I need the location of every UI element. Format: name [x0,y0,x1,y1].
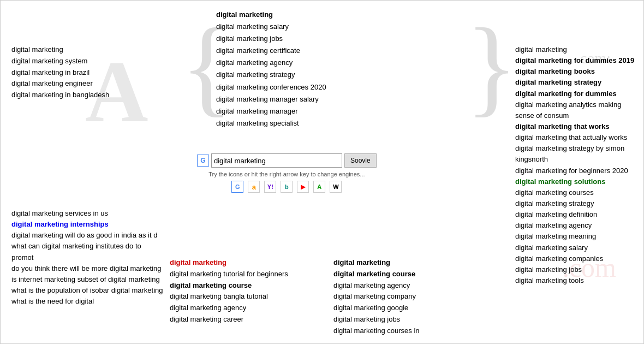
list-item[interactable]: digital marketing conferences 2020 [216,81,326,93]
list-item[interactable]: digital marketing courses in [333,325,475,337]
brace-right-decoration: } [466,11,518,121]
google-engine-icon[interactable]: G [197,155,209,167]
list-item[interactable]: digital marketing meaning [515,231,635,242]
wikipedia-icon[interactable]: W [330,181,342,193]
list-item[interactable]: digital marketing courses [515,187,635,198]
list-item[interactable]: what can digital marketing institutes do… [11,241,164,263]
google-icon[interactable]: G [231,181,243,193]
list-item[interactable]: digital marketing that actually works [515,132,635,143]
list-item[interactable]: what is the need for digital [11,296,164,307]
list-item[interactable]: digital marketing salary [216,21,326,33]
list-item[interactable]: digital marketing solutions [515,176,635,187]
list-item[interactable]: digital marketing jobs [333,314,475,325]
engine-icons-row: G a Y! b ▶ A W [197,181,377,193]
list-item[interactable]: digital marketing course [170,280,312,292]
list-item[interactable]: digital marketing [333,257,475,269]
list-item[interactable]: digital marketing agency [515,220,635,231]
list-item[interactable]: digital marketing jobs [216,33,326,45]
amazon-icon[interactable]: a [248,181,260,193]
list-item[interactable]: digital marketing services in us [11,208,164,219]
list-item[interactable]: digital marketing manager [216,105,326,117]
bing-icon[interactable]: b [281,181,293,193]
list-item[interactable]: digital marketing company [333,291,475,303]
main-container: { } A .com: .com digital marketing digit… [0,0,644,344]
search-area: G Soovle Try the icons or hit the right-… [197,153,377,193]
list-item[interactable]: digital marketing engineer [11,78,164,90]
list-item[interactable]: digital marketing definition [515,209,635,220]
search-button[interactable]: Soovle [344,153,377,168]
list-item[interactable]: digital marketing agency [216,57,326,69]
bottom-center-right-column: digital marketing digital marketing cour… [333,257,475,337]
list-item[interactable]: digital marketing [216,9,326,21]
list-item[interactable]: digital marketing agency [170,303,312,314]
yahoo-icon[interactable]: Y! [264,181,276,193]
list-item[interactable]: digital marketing [11,44,164,56]
list-item[interactable]: digital marketing agency [333,280,475,292]
search-input[interactable] [211,153,342,168]
list-item[interactable]: digital marketing books [515,66,635,77]
list-item[interactable]: digital marketing certificate [216,45,326,57]
list-item[interactable]: digital marketing will do as good in ind… [11,230,164,241]
list-item[interactable]: digital marketing in brazil [11,67,164,79]
right-column: digital marketing digital marketing for … [515,44,635,286]
youtube-icon[interactable]: ▶ [297,181,309,193]
list-item[interactable]: digital marketing that works [515,121,635,132]
list-item[interactable]: digital marketing jobs [515,264,635,275]
list-item[interactable]: digital marketing strategy [515,198,635,209]
list-item[interactable]: digital marketing manager salary [216,93,326,105]
list-item[interactable]: digital marketing system [11,56,164,67]
list-item[interactable]: digital marketing strategy by simon king… [515,143,635,165]
bottom-center-left-column: digital marketing digital marketing tuto… [170,257,312,325]
left-bottom-column: digital marketing services in us digital… [11,208,164,307]
list-item[interactable]: digital marketing tutorial for beginners [170,269,312,280]
list-item[interactable]: digital marketing analytics making sense… [515,99,635,121]
list-item[interactable]: digital marketing in bangladesh [11,90,164,101]
list-item[interactable]: digital marketing google [333,303,475,314]
list-item[interactable]: digital marketing career [170,314,312,325]
top-center-suggestions: digital marketing digital marketing sala… [216,9,326,129]
list-item[interactable]: what is the population of isobar digital… [11,285,164,296]
list-item[interactable]: digital marketing [515,44,635,55]
list-item[interactable]: digital marketing strategy [515,77,635,88]
list-item[interactable]: digital marketing for beginners 2020 [515,165,635,176]
search-bar: G Soovle [197,153,377,168]
list-item[interactable]: digital marketing [170,257,312,269]
left-top-column: digital marketing digital marketing syst… [11,44,164,101]
list-item[interactable]: digital marketing specialist [216,117,326,129]
list-item[interactable]: digital marketing tools [515,275,635,286]
list-item[interactable]: digital marketing salary [515,242,635,253]
list-item[interactable]: digital marketing bangla tutorial [170,291,312,303]
list-item[interactable]: digital marketing for dummies [515,88,635,99]
list-item[interactable]: do you think there will be more digital … [11,263,164,274]
list-item[interactable]: digital marketing strategy [216,69,326,81]
list-item[interactable]: digital marketing companies [515,253,635,264]
list-item[interactable]: digital marketing internships [11,219,164,230]
list-item[interactable]: digital marketing course [333,269,475,280]
ask-icon[interactable]: A [313,181,325,193]
list-item[interactable]: is internet marketing subset of digital … [11,274,164,285]
search-hint: Try the icons or hit the right-arrow key… [197,171,377,177]
list-item[interactable]: digital marketing for dummies 2019 [515,55,635,66]
